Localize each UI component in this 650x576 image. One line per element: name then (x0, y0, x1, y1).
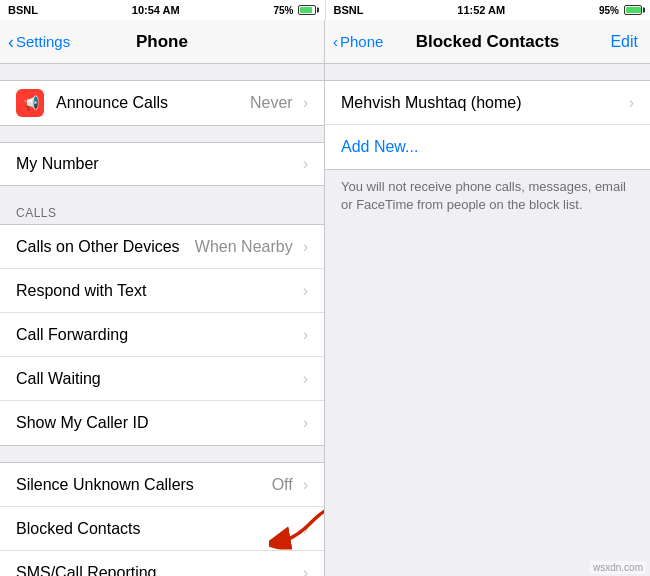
show-caller-id-chevron-icon: › (303, 414, 308, 432)
calls-group: Calls on Other Devices When Nearby › Res… (0, 224, 324, 446)
respond-with-text-label: Respond with Text (16, 282, 299, 300)
right-status-bar: BSNL 11:52 AM 95% (325, 0, 651, 20)
respond-with-text-chevron-icon: › (303, 282, 308, 300)
left-status-icons: 75% (273, 5, 316, 16)
left-back-button[interactable]: ‹ Settings (8, 33, 70, 51)
silence-unknown-chevron-icon: › (303, 476, 308, 494)
calls-other-devices-item[interactable]: Calls on Other Devices When Nearby › (0, 225, 324, 269)
blocked-note: You will not receive phone calls, messag… (325, 170, 650, 222)
right-nav-bar: ‹ Phone Blocked Contacts Edit (325, 20, 650, 64)
announce-calls-chevron-icon: › (303, 94, 308, 112)
calls-section: CALLS Calls on Other Devices When Nearby… (0, 202, 324, 446)
calls-other-devices-label: Calls on Other Devices (16, 238, 195, 256)
silence-unknown-value: Off (272, 476, 293, 494)
sms-call-reporting-item[interactable]: SMS/Call Reporting › (0, 551, 324, 576)
blocked-contact-mehvish[interactable]: Mehvish Mushtaq (home) › (325, 81, 650, 125)
left-panel: ‹ Settings Phone 📢 Announce Calls Never … (0, 20, 325, 576)
blocked-contact-chevron-icon: › (629, 94, 634, 112)
sms-call-reporting-label: SMS/Call Reporting (16, 564, 299, 576)
announce-calls-item[interactable]: 📢 Announce Calls Never › (0, 81, 324, 125)
right-panel: ‹ Phone Blocked Contacts Edit Mehvish Mu… (325, 20, 650, 576)
left-nav-bar: ‹ Settings Phone (0, 20, 324, 64)
right-battery-icon (624, 5, 642, 15)
calls-other-devices-chevron-icon: › (303, 238, 308, 256)
right-battery-text: 95% (599, 5, 619, 16)
call-waiting-item[interactable]: Call Waiting › (0, 357, 324, 401)
left-carrier: BSNL (8, 4, 38, 16)
show-caller-id-item[interactable]: Show My Caller ID › (0, 401, 324, 445)
announce-calls-icon: 📢 (16, 89, 44, 117)
call-forwarding-item[interactable]: Call Forwarding › (0, 313, 324, 357)
left-battery-icon (298, 5, 316, 15)
right-back-label: Phone (340, 33, 383, 50)
my-number-item[interactable]: My Number › (0, 142, 324, 186)
blocked-contacts-item[interactable]: Blocked Contacts › (0, 507, 324, 551)
blocked-contacts-group: Mehvish Mushtaq (home) › Add New... (325, 80, 650, 170)
right-time: 11:52 AM (457, 4, 505, 16)
add-new-item[interactable]: Add New... (325, 125, 650, 169)
announce-calls-label: Announce Calls (56, 94, 250, 112)
right-carrier: BSNL (334, 4, 364, 16)
call-waiting-chevron-icon: › (303, 370, 308, 388)
sms-call-reporting-chevron-icon: › (303, 564, 308, 576)
right-back-button[interactable]: ‹ Phone (333, 33, 383, 50)
add-new-label[interactable]: Add New... (341, 138, 418, 156)
right-edit-button[interactable]: Edit (610, 33, 638, 51)
right-back-chevron-icon: ‹ (333, 33, 338, 50)
call-waiting-label: Call Waiting (16, 370, 299, 388)
bottom-group: Silence Unknown Callers Off › Blocked Co… (0, 462, 324, 576)
right-content: Mehvish Mushtaq (home) › Add New... You … (325, 64, 650, 222)
respond-with-text-item[interactable]: Respond with Text › (0, 269, 324, 313)
blocked-contacts-label: Blocked Contacts (16, 520, 299, 538)
blocked-contact-mehvish-label: Mehvish Mushtaq (home) (341, 94, 629, 112)
call-forwarding-chevron-icon: › (303, 326, 308, 344)
calls-other-devices-value: When Nearby (195, 238, 293, 256)
announce-calls-value: Never (250, 94, 293, 112)
right-nav-title: Blocked Contacts (341, 32, 634, 52)
left-battery-text: 75% (273, 5, 293, 16)
show-caller-id-label: Show My Caller ID (16, 414, 299, 432)
left-status-bar: BSNL 10:54 AM 75% (0, 0, 325, 20)
red-arrow-indicator (269, 504, 325, 553)
silence-unknown-label: Silence Unknown Callers (16, 476, 272, 494)
left-time: 10:54 AM (132, 4, 180, 16)
my-number-chevron-icon: › (303, 155, 308, 173)
left-nav-title: Phone (136, 32, 188, 52)
left-back-label: Settings (16, 33, 70, 50)
calls-section-header: CALLS (0, 202, 324, 224)
watermark: wsxdn.com (590, 561, 646, 574)
left-back-chevron-icon: ‹ (8, 33, 14, 51)
silence-unknown-item[interactable]: Silence Unknown Callers Off › (0, 463, 324, 507)
call-forwarding-label: Call Forwarding (16, 326, 299, 344)
announce-calls-group: 📢 Announce Calls Never › (0, 80, 324, 126)
right-status-icons: 95% (599, 5, 642, 16)
my-number-label: My Number (16, 155, 303, 173)
